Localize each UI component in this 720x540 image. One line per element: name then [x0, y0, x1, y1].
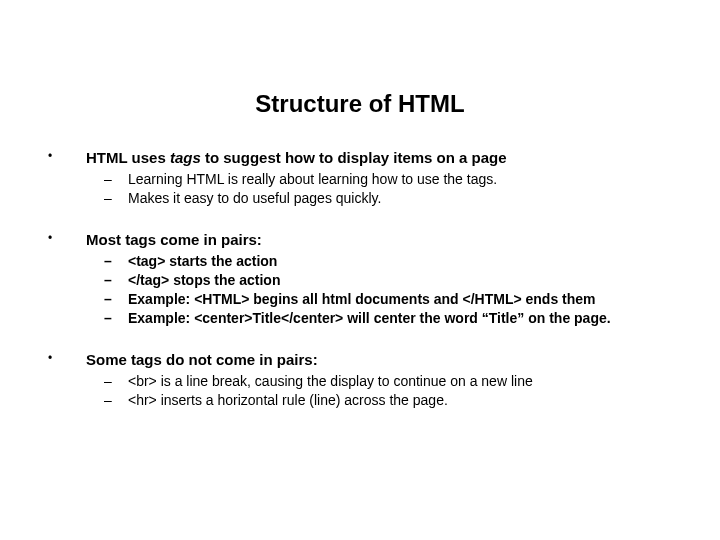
bullet-1-head-pre: HTML uses [86, 149, 170, 166]
bullet-2-subs: <tag> starts the action </tag> stops the… [86, 252, 680, 328]
bullet-3-sub-1: <br> is a line break, causing the displa… [86, 372, 680, 391]
bullet-2-sub-2: </tag> stops the action [86, 271, 680, 290]
bullet-2-sub-1: <tag> starts the action [86, 252, 680, 271]
bullet-2: Most tags come in pairs: <tag> starts th… [40, 230, 680, 328]
bullet-1-head-em: tags [170, 149, 201, 166]
bullet-1-head: HTML uses tags to suggest how to display… [86, 149, 507, 166]
slide: Structure of HTML HTML uses tags to sugg… [0, 0, 720, 540]
bullet-1-subs: Learning HTML is really about learning h… [86, 170, 680, 208]
bullet-3-head: Some tags do not come in pairs: [86, 351, 318, 368]
bullet-2-sub-4: Example: <center>Title</center> will cen… [86, 309, 680, 328]
bullet-3: Some tags do not come in pairs: <br> is … [40, 350, 680, 410]
bullet-2-head: Most tags come in pairs: [86, 231, 262, 248]
bullet-1-sub-1: Learning HTML is really about learning h… [86, 170, 680, 189]
bullet-1-sub-2: Makes it easy to do useful pages quickly… [86, 189, 680, 208]
bullet-3-subs: <br> is a line break, causing the displa… [86, 372, 680, 410]
bullet-1-head-post: to suggest how to display items on a pag… [201, 149, 507, 166]
slide-title: Structure of HTML [40, 0, 680, 148]
bullet-list: HTML uses tags to suggest how to display… [40, 148, 680, 410]
bullet-3-sub-2: <hr> inserts a horizontal rule (line) ac… [86, 391, 680, 410]
bullet-1: HTML uses tags to suggest how to display… [40, 148, 680, 208]
bullet-2-sub-3: Example: <HTML> begins all html document… [86, 290, 680, 309]
